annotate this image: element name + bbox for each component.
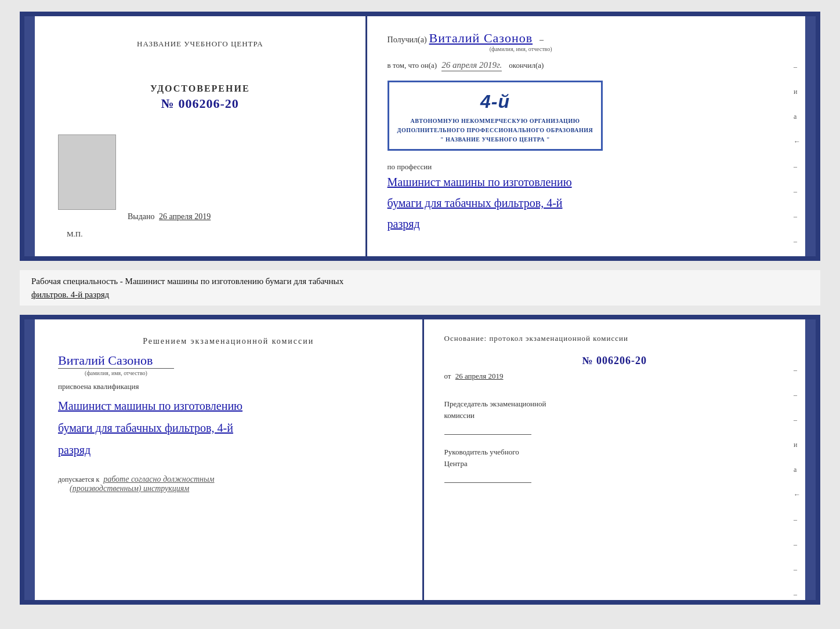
- b-edge-dash-1: –: [794, 366, 801, 375]
- name-subtext: (фамилия, имя, отчество): [457, 46, 585, 52]
- ot-prefix: от: [444, 372, 451, 380]
- vtom-date: 26 апреля 2019г.: [441, 60, 502, 71]
- kvalif-line3: разряд: [58, 439, 399, 461]
- rukovoditel-block: Руководитель учебного Центра: [444, 446, 785, 483]
- b-edge-arrow: ←: [794, 490, 801, 499]
- spine-right: [805, 16, 816, 256]
- osnovanie-label: Основание: протокол экзаменационной коми…: [444, 334, 785, 343]
- bottom-right-page: Основание: протокол экзаменационной коми…: [424, 319, 806, 600]
- edge-dash-4: –: [794, 212, 801, 221]
- predsedatel-label: Председатель экзаменационной комиссии: [444, 398, 785, 421]
- udost-label: УДОСТОВЕРЕНИЕ: [150, 83, 250, 94]
- poluchil-line: Получил(а) Виталий Сазонов –: [388, 31, 785, 46]
- protocol-number: № 006206-20: [444, 355, 785, 367]
- vtom-line: в том, что он(а) 26 апреля 2019г. окончи…: [388, 60, 785, 71]
- cert-right-page: Получил(а) Виталий Сазонов – (фамилия, и…: [367, 16, 805, 256]
- profession-line2: бумаги для табачных фильтров, 4-й: [388, 192, 785, 213]
- b-edge-dash-7: –: [794, 590, 801, 599]
- profession-line3: разряд: [388, 213, 785, 234]
- certificate-bottom: Решением экзаменационной комиссии Витали…: [20, 315, 820, 605]
- right-edge-marks-bottom: – – – и а ← – – – – –: [794, 366, 801, 605]
- right-edge-marks: – и а ← – – – –: [794, 63, 801, 246]
- okonchil-label: окончил(а): [509, 61, 544, 70]
- spine-left: [24, 16, 35, 256]
- udost-number: № 006206-20: [161, 96, 239, 111]
- b-edge-dash-5: –: [794, 540, 801, 549]
- label-section: Рабочая специальность - Машинист машины …: [20, 270, 820, 306]
- certificate-top: НАЗВАНИЕ УЧЕБНОГО ЦЕНТРА УДОСТОВЕРЕНИЕ №…: [20, 12, 820, 261]
- profession-line1: Машинист машины по изготовлению: [388, 172, 785, 192]
- vydano-line: Выдано 26 апреля 2019: [128, 212, 211, 221]
- edge-dash-2: –: [794, 162, 801, 171]
- rukovoditel-label: Руководитель учебного Центра: [444, 446, 785, 469]
- poluchil-prefix: Получил(а): [388, 35, 427, 45]
- dopusk-text: работе согласно должностным: [103, 475, 214, 483]
- bottom-left-page: Решением экзаменационной комиссии Витали…: [35, 319, 424, 600]
- vtom-prefix: в том, что он(а): [388, 61, 437, 70]
- dopuskaetsya-line: допускается к работе согласно должностны…: [58, 475, 399, 493]
- b-edge-i: и: [794, 441, 801, 449]
- dash1: –: [540, 35, 544, 45]
- dopuskaetsya-prefix: допускается к: [58, 475, 99, 483]
- stamp-line3: " НАЗВАНИЕ УЧЕБНОГО ЦЕНТРА ": [397, 135, 593, 144]
- po-professii-label: по профессии: [388, 162, 785, 172]
- dopusk-text2: (производственным) инструкциям: [70, 484, 189, 493]
- edge-dash-5: –: [794, 237, 801, 246]
- edge-arrow: ←: [794, 137, 801, 146]
- vydano-date: 26 апреля 2019: [159, 212, 211, 221]
- ot-date: 26 апреля 2019: [455, 372, 504, 380]
- label-text-underlined: фильтров. 4-й разряд: [31, 290, 109, 299]
- photo-placeholder: [58, 134, 116, 210]
- cert-left-page: НАЗВАНИЕ УЧЕБНОГО ЦЕНТРА УДОСТОВЕРЕНИЕ №…: [35, 16, 367, 256]
- stamp-line2: ДОПОЛНИТЕЛЬНОГО ПРОФЕССИОНАЛЬНОГО ОБРАЗО…: [397, 126, 593, 135]
- stamp-number: 4-й: [397, 87, 593, 117]
- stamp-box: 4-й АВТОНОМНУЮ НЕКОММЕРЧЕСКУЮ ОРГАНИЗАЦИ…: [388, 81, 603, 151]
- stamp-line1: АВТОНОМНУЮ НЕКОММЕРЧЕСКУЮ ОРГАНИЗАЦИЮ: [397, 117, 593, 126]
- edge-a: а: [794, 112, 801, 121]
- edge-dash-1: –: [794, 63, 801, 71]
- fio-subtext-bottom: (фамилия, имя, отчество): [58, 368, 174, 376]
- spine-right-bottom: [805, 319, 816, 600]
- name-handwritten-bottom: Виталий Сазонов: [58, 353, 399, 368]
- org-name-label: НАЗВАНИЕ УЧЕБНОГО ЦЕНТРА: [137, 39, 263, 49]
- ot-line: от 26 апреля 2019: [444, 372, 785, 381]
- kvalif-line1: Машинист машины по изготовлению: [58, 395, 399, 417]
- b-edge-a: а: [794, 466, 801, 474]
- predsedatel-signature-line: [444, 423, 531, 435]
- vydano-prefix: Выдано: [128, 212, 155, 221]
- resheniem-label: Решением экзаменационной комиссии: [58, 337, 399, 346]
- spine-left-bottom: [24, 319, 35, 600]
- kvalif-line2: бумаги для табачных фильтров, 4-й: [58, 417, 399, 439]
- edge-dash-3: –: [794, 187, 801, 196]
- rukovoditel-signature-line: [444, 471, 531, 483]
- b-edge-dash-4: –: [794, 515, 801, 524]
- label-text-prefix: Рабочая специальность - Машинист машины …: [31, 277, 343, 286]
- predsedatel-block: Председатель экзаменационной комиссии: [444, 398, 785, 435]
- b-edge-dash-3: –: [794, 416, 801, 424]
- name-handwritten: Виталий Сазонов: [429, 31, 533, 46]
- b-edge-dash-2: –: [794, 391, 801, 399]
- b-edge-dash-6: –: [794, 565, 801, 574]
- edge-i: и: [794, 88, 801, 96]
- prisvoena-label: присвоена квалификация: [58, 382, 399, 391]
- mp-label: М.П.: [67, 230, 82, 239]
